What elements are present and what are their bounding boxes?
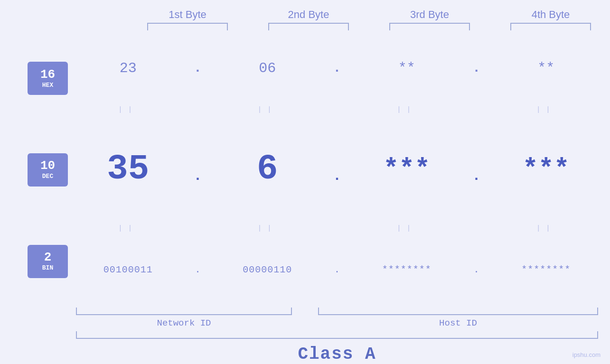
label-column: 16 HEX 10 DEC 2 BIN <box>5 33 76 364</box>
hex-d3: . <box>463 61 489 75</box>
eq1-b3: || <box>359 106 454 113</box>
host-id-label: Host ID <box>318 318 598 328</box>
eq2-b4: || <box>498 224 593 232</box>
eq2-b1: || <box>81 224 176 232</box>
dot-spacer-2 <box>356 9 382 21</box>
dec-d2: . <box>324 154 350 184</box>
hex-b2: 06 <box>220 60 315 76</box>
ip-values-column: 23 . 06 . ** . ** || || || || 35 <box>76 33 598 364</box>
dec-b4: *** <box>498 154 593 184</box>
network-host-labels: Network ID Host ID <box>76 317 598 328</box>
byte-headers-row: 1st Byte 2nd Byte 3rd Byte 4th Byte <box>0 9 610 21</box>
hex-b1: 23 <box>81 60 176 76</box>
bin-row: 00100011 . 00000110 . ******** . *******… <box>76 234 598 305</box>
rows-area: 16 HEX 10 DEC 2 BIN 23 . 06 . ** . ** <box>0 33 610 364</box>
bottom-brackets-row <box>76 308 598 317</box>
bracket-top-1 <box>140 23 235 30</box>
hex-base-text: HEX <box>42 82 53 89</box>
watermark: ipshu.com <box>572 351 601 358</box>
dec-b2: 6 <box>220 149 315 189</box>
bin-d3: . <box>463 264 489 275</box>
bracket-top-4 <box>503 23 598 30</box>
hex-row: 23 . 06 . ** . ** <box>76 33 598 104</box>
bracket-top-2 <box>261 23 356 30</box>
dec-b3: *** <box>359 154 454 184</box>
bin-b3: ******** <box>359 264 454 275</box>
bin-d1: . <box>185 264 211 275</box>
dec-base-text: DEC <box>42 173 53 180</box>
hex-d2: . <box>324 61 350 75</box>
bin-d2: . <box>324 264 350 275</box>
eq2-b3: || <box>359 224 454 232</box>
bin-label-badge: 2 BIN <box>28 245 68 278</box>
bin-b2: 00000110 <box>220 264 315 275</box>
dec-base-num: 10 <box>40 159 55 172</box>
byte-header-3: 3rd Byte <box>382 9 477 21</box>
top-brackets-row <box>0 23 610 30</box>
bracket-line-3 <box>389 23 470 30</box>
network-id-label: Network ID <box>76 318 292 328</box>
bin-base-num: 2 <box>44 251 52 263</box>
equals-row-1: || || || || <box>76 104 598 116</box>
bin-base-text: BIN <box>42 264 53 271</box>
top-brackets <box>140 23 598 30</box>
dot-spacer-t3 <box>477 23 503 30</box>
bracket-line-1 <box>147 23 228 30</box>
label-spacer <box>76 9 140 21</box>
byte-header-2: 2nd Byte <box>261 9 356 21</box>
dec-b1: 35 <box>81 149 176 189</box>
hex-label-badge: 16 HEX <box>28 62 68 95</box>
dot-spacer-t2 <box>356 23 382 30</box>
bracket-line-2 <box>268 23 349 30</box>
dec-d3: . <box>463 154 489 184</box>
bin-b4: ******** <box>498 264 593 275</box>
bracket-top-3 <box>382 23 477 30</box>
hex-b4: ** <box>498 60 593 76</box>
label-spacer2 <box>76 23 140 30</box>
hex-b3: ** <box>359 60 454 76</box>
eq1-b2: || <box>220 106 315 113</box>
host-bracket-line <box>318 308 598 315</box>
eq2-b2: || <box>220 224 315 232</box>
dec-d1: . <box>185 154 211 184</box>
eq1-b4: || <box>498 106 593 113</box>
byte-header-4: 4th Byte <box>503 9 598 21</box>
hex-d1: . <box>185 61 211 75</box>
bin-b1: 00100011 <box>81 264 176 275</box>
dot-spacer-3 <box>477 9 503 21</box>
dot-spacer-t1 <box>235 23 261 30</box>
class-label: Class A <box>76 345 598 364</box>
bracket-line-4 <box>510 23 591 30</box>
dec-label-badge: 10 DEC <box>28 153 68 187</box>
host-bracket <box>318 308 598 315</box>
outer-bracket <box>76 331 598 339</box>
eq1-b1: || <box>81 106 176 113</box>
network-bracket <box>76 308 292 315</box>
byte-header-1: 1st Byte <box>140 9 235 21</box>
hex-base-num: 16 <box>40 68 55 81</box>
equals-row-2: || || || || <box>76 222 598 234</box>
network-bracket-line <box>76 308 292 315</box>
dot-spacer-1 <box>235 9 261 21</box>
dec-row: 35 . 6 . *** . *** <box>76 116 598 223</box>
main-container: 1st Byte 2nd Byte 3rd Byte 4th Byte <box>0 0 610 364</box>
byte-headers: 1st Byte 2nd Byte 3rd Byte 4th Byte <box>140 9 598 21</box>
